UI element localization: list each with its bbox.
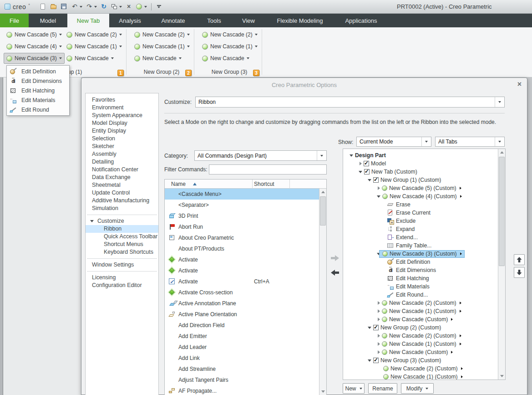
chevron-down-icon[interactable] [360,388,362,390]
command-row[interactable]: Active Plane Orientation [165,309,320,320]
chevron-down-icon[interactable] [317,151,326,160]
sidebar-item-sheetmetal[interactable]: Sheetmetal [86,181,158,189]
tab-flexible-modeling[interactable]: Flexible Modeling [264,14,335,27]
command-row[interactable]: Add Emitter [165,331,320,342]
command-row[interactable]: Add Leader [165,342,320,353]
move-up-button[interactable] [514,254,525,265]
filter-commands-input[interactable] [209,164,327,174]
command-row[interactable]: AF Propagate... [165,385,320,395]
chevron-collapsed-icon[interactable] [378,334,380,338]
toolbar-customize-button[interactable] [155,2,164,12]
cascade-button[interactable]: New Cascade (1) [199,41,260,52]
show-mode-combobox[interactable]: Current Mode [356,137,431,147]
command-row[interactable]: Activate [165,254,320,265]
tree-selection[interactable]: New Cascade (3) (Custom) [379,250,465,258]
sidebar-group-customize[interactable]: Customize [86,217,158,225]
chevron-collapsed-icon[interactable] [378,318,380,321]
chevron-expanded-icon[interactable] [368,359,371,362]
new-file-button[interactable] [39,2,48,12]
sidebar-item-update-control[interactable]: Update Control [86,189,158,197]
tree-row[interactable]: Edit Round... [343,291,505,299]
sidebar-item-sketcher[interactable]: Sketcher [86,143,158,150]
sidebar-item-favorites[interactable]: Favorites [86,96,158,104]
menu-item-edit-dimensions[interactable]: ↔dlEdit Dimensions [7,76,69,86]
cascade-button[interactable]: New Cascade (4) [4,41,65,52]
tab-annotate[interactable]: Annotate [151,14,196,27]
sidebar-item-system-appearance[interactable]: System Appearance [86,112,158,119]
command-row[interactable]: Activate [165,265,320,276]
flyout-arrow-icon[interactable] [460,252,462,255]
sidebar-item-detailing[interactable]: Detailing [86,158,158,166]
command-row[interactable]: Abort Run [165,221,320,232]
sidebar-item-data-exchange[interactable]: Data Exchange [86,174,158,181]
scrollbar-thumb[interactable] [320,196,326,226]
sidebar-item-window-settings[interactable]: Window Settings [86,261,158,269]
flyout-arrow-icon[interactable] [460,310,461,313]
flyout-arrow-icon[interactable] [460,302,461,304]
chevron-collapsed-icon[interactable] [378,350,380,354]
command-list-scrollbar[interactable] [319,189,326,395]
chevron-down-icon[interactable] [426,388,428,390]
sidebar-item-additive-manufacturing[interactable]: Additive Manufacturing [86,197,158,205]
tree-row[interactable]: Model [343,159,505,168]
chevron-expanded-icon[interactable] [368,179,371,181]
tree-row[interactable]: Edit Hatching [343,274,505,282]
scroll-down-icon[interactable] [319,388,326,395]
remove-command-button[interactable] [329,268,341,277]
shortcut-column-header[interactable]: Shortcut [254,181,274,187]
tree-row[interactable]: Design Part [343,151,505,159]
tab-tools[interactable]: Tools [196,14,233,27]
sidebar-item-licensing[interactable]: Licensing [86,274,158,282]
dropdown-caret-icon[interactable] [144,6,147,8]
chevron-expanded-icon[interactable] [377,195,380,198]
chevron-collapsed-icon[interactable] [378,186,380,190]
chevron-expanded-icon[interactable] [350,154,353,157]
scrollbar-thumb[interactable] [499,157,505,266]
checkbox-checked[interactable] [364,161,369,166]
command-row[interactable]: Adjust Tangent Pairs [165,374,320,385]
tree-row[interactable]: New Cascade (2) (Custom) [343,364,505,373]
tree-row[interactable]: Erase [343,200,505,209]
command-row[interactable]: <Cascade Menu> [165,189,320,200]
tree-row[interactable]: New Cascade (1) (Custom) [343,340,505,348]
rename-button[interactable]: Rename [368,383,397,394]
cascade-button[interactable]: New Cascade [64,53,125,64]
cascade-button[interactable]: New Cascade [199,53,260,64]
sidebar-item-selection[interactable]: Selection [86,135,158,143]
tree-row[interactable]: ×Exclude [343,217,505,225]
chevron-down-icon[interactable] [495,97,504,107]
save-button[interactable] [60,2,69,12]
appearance-sphere-button[interactable] [135,2,148,12]
modify-button[interactable]: Modify [401,383,434,394]
flyout-arrow-icon[interactable] [451,318,453,321]
cascade-button[interactable]: New Cascade (5) [4,29,65,40]
chevron-down-icon[interactable] [495,137,504,146]
add-command-button[interactable] [329,253,341,262]
flyout-arrow-icon[interactable] [461,367,463,370]
command-row[interactable]: ✓ActivateCtrl+A [165,276,320,287]
tree-row[interactable]: New Cascade (3) (Custom) [343,250,505,258]
cascade-button[interactable]: New Cascade (2) [132,29,193,40]
checkbox-checked[interactable] [373,177,379,183]
cascade-button[interactable]: New Cascade [132,53,193,64]
command-row[interactable]: <Separator> [165,200,320,210]
category-combobox[interactable]: All Commands (Design Part) [194,150,327,161]
command-row[interactable]: Add Direction Field [165,320,320,331]
cascade-button[interactable]: New Cascade (3) [4,53,65,64]
customize-combobox[interactable]: Ribbon [195,97,505,108]
checkbox-checked[interactable] [373,325,379,330]
flyout-arrow-icon[interactable] [460,195,462,198]
tab-applications[interactable]: Applications [335,14,387,27]
tree-row[interactable]: New Group (3) (Custom) [343,356,505,364]
flyout-arrow-icon[interactable] [461,375,463,378]
command-row[interactable]: Active Annotation Plane [165,298,320,309]
tree-row[interactable]: Erase Current [343,209,505,217]
command-row[interactable]: About Creo Parametric [165,232,320,243]
tree-row[interactable]: Edit Definition [343,258,505,266]
regenerate-button[interactable]: ↻ [99,2,108,12]
chevron-collapsed-icon[interactable] [360,162,362,165]
cascade-button[interactable]: New Cascade (1) [64,41,125,52]
chevron-collapsed-icon[interactable] [378,342,380,346]
dropdown-caret-icon[interactable] [94,6,97,8]
tree-row[interactable]: New Cascade (2) (Custom) [343,332,505,340]
